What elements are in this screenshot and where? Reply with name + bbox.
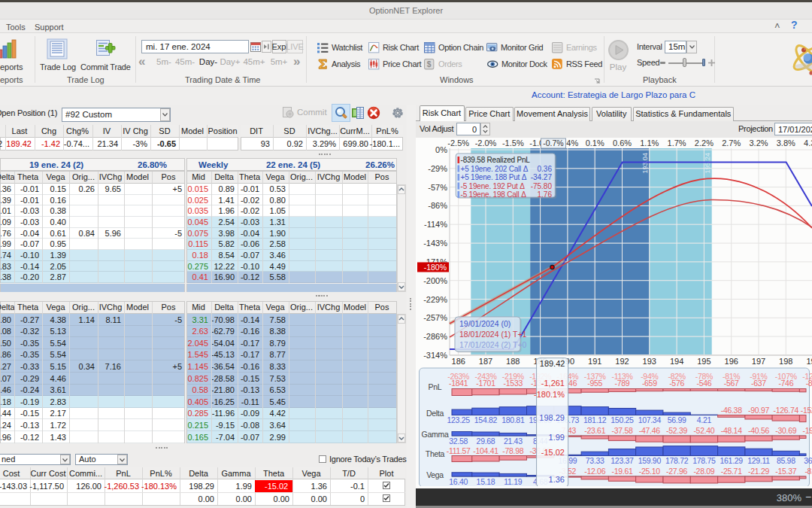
svg-text:123.37: 123.37 bbox=[611, 456, 634, 465]
svg-text:Delta: Delta bbox=[426, 409, 444, 418]
svg-text:-1.5%: -1.5% bbox=[502, 138, 524, 148]
svg-text:197: 197 bbox=[752, 357, 765, 366]
svg-text:181.12: 181.12 bbox=[583, 415, 607, 424]
svg-text:198.29: 198.29 bbox=[539, 413, 565, 422]
svg-text:-78.98: -78.98 bbox=[502, 446, 523, 455]
svg-text:3.8%: 3.8% bbox=[777, 138, 795, 148]
svg-text:186: 186 bbox=[452, 357, 465, 366]
svg-text:123.25: 123.25 bbox=[447, 415, 471, 424]
svg-text:-5 19ene. 192 Put Δ: -5 19ene. 192 Put Δ bbox=[461, 182, 526, 190]
svg-text:21.43: 21.43 bbox=[504, 437, 523, 446]
svg-text:Gamma: Gamma bbox=[422, 430, 449, 439]
svg-text:2.7%: 2.7% bbox=[722, 138, 741, 148]
svg-text:195: 195 bbox=[697, 357, 710, 366]
svg-text:-789: -789 bbox=[615, 379, 630, 388]
svg-text:150.25: 150.25 bbox=[611, 415, 634, 424]
svg-text:32.58: 32.58 bbox=[449, 437, 468, 446]
svg-text:-34.27: -34.27 bbox=[531, 173, 553, 181]
svg-text:-19.61: -19.61 bbox=[612, 467, 633, 476]
svg-text:107.34: 107.34 bbox=[638, 415, 662, 424]
svg-text:PnL: PnL bbox=[429, 382, 442, 391]
svg-text:85.98: 85.98 bbox=[777, 456, 795, 465]
svg-text:187: 187 bbox=[479, 357, 492, 366]
svg-text:-75.80: -75.80 bbox=[531, 182, 553, 190]
svg-text:-114%: -114% bbox=[424, 220, 447, 229]
svg-text:-1,261: -1,261 bbox=[541, 379, 565, 388]
svg-text:199: 199 bbox=[806, 357, 812, 366]
svg-text:-52.40: -52.40 bbox=[693, 426, 714, 435]
svg-text:191: 191 bbox=[588, 357, 601, 366]
svg-text:-1841: -1841 bbox=[449, 379, 468, 388]
svg-text:-576: -576 bbox=[669, 379, 684, 388]
svg-text:29.68: 29.68 bbox=[477, 437, 495, 446]
svg-text:-546: -546 bbox=[696, 379, 711, 388]
svg-text:-8.62: -8.62 bbox=[804, 467, 812, 476]
svg-text:-30.69: -30.69 bbox=[775, 426, 796, 435]
svg-text:-40.56: -40.56 bbox=[748, 426, 769, 435]
svg-text:161.29: 161.29 bbox=[720, 456, 744, 465]
svg-text:Vega: Vega bbox=[426, 470, 444, 479]
svg-text:196: 196 bbox=[725, 357, 738, 366]
svg-text:$: $ bbox=[427, 60, 432, 68]
svg-text:-111.57: -111.57 bbox=[447, 446, 471, 455]
svg-text:-28.09: -28.09 bbox=[693, 467, 714, 476]
svg-text:-29%: -29% bbox=[428, 164, 447, 173]
svg-text:56.99: 56.99 bbox=[668, 415, 686, 424]
svg-text:-2.0%: -2.0% bbox=[475, 138, 497, 148]
svg-text:-180.1%: -180.1% bbox=[534, 390, 565, 399]
svg-text:17/01/2024 (2) T+0: 17/01/2024 (2) T+0 bbox=[459, 340, 527, 349]
svg-text:-152.47: -152.47 bbox=[801, 406, 812, 415]
svg-text:4.3%: 4.3% bbox=[804, 138, 812, 148]
svg-text:-52.39: -52.39 bbox=[666, 426, 687, 435]
svg-text:154.82: 154.82 bbox=[474, 415, 498, 424]
svg-text:-48.14: -48.14 bbox=[721, 426, 742, 435]
svg-text:-2.5%: -2.5% bbox=[447, 138, 469, 148]
svg-text:1.7%: 1.7% bbox=[668, 138, 686, 148]
svg-text:-659: -659 bbox=[642, 379, 657, 388]
svg-text:1.1%: 1.1% bbox=[640, 138, 659, 148]
svg-text:-1701: -1701 bbox=[476, 379, 495, 388]
svg-text:-0.7%: -0.7% bbox=[543, 138, 563, 148]
svg-text:-19.77: -19.77 bbox=[803, 426, 812, 435]
svg-text:-12.06: -12.06 bbox=[584, 467, 605, 476]
svg-text:-229%: -229% bbox=[423, 295, 447, 304]
svg-text:+5 19ene. 188 Put Δ: +5 19ene. 188 Put Δ bbox=[461, 173, 527, 181]
svg-text:-46.38: -46.38 bbox=[721, 406, 742, 415]
svg-text:4.21: 4.21 bbox=[697, 415, 712, 424]
svg-text:-286%: -286% bbox=[423, 332, 447, 341]
svg-text:3.2%: 3.2% bbox=[749, 138, 768, 148]
svg-text:-955: -955 bbox=[587, 379, 602, 388]
svg-text:188: 188 bbox=[506, 357, 520, 366]
svg-text:-5 19ene. 198 Call Δ: -5 19ene. 198 Call Δ bbox=[461, 190, 527, 199]
svg-text:180.81: 180.81 bbox=[501, 415, 525, 424]
svg-text:192: 192 bbox=[615, 357, 629, 366]
svg-text:-314%: -314% bbox=[423, 351, 447, 360]
svg-text:+5 19ene. 202 Call Δ: +5 19ene. 202 Call Δ bbox=[461, 165, 529, 173]
svg-text:178.75: 178.75 bbox=[692, 456, 716, 465]
svg-text:178.72: 178.72 bbox=[665, 456, 689, 465]
svg-text:-126.74: -126.74 bbox=[774, 406, 799, 415]
svg-text:-86%: -86% bbox=[428, 201, 447, 210]
svg-text:19/01/2024 (0): 19/01/2024 (0) bbox=[459, 319, 511, 328]
svg-text:1.36: 1.36 bbox=[549, 475, 565, 484]
svg-text:194: 194 bbox=[670, 357, 683, 366]
svg-text:-27.96: -27.96 bbox=[666, 467, 687, 476]
svg-text:-25.10: -25.10 bbox=[639, 467, 660, 476]
svg-text:198: 198 bbox=[779, 357, 792, 366]
svg-text:1.76: 1.76 bbox=[538, 190, 553, 199]
svg-text:0%: 0% bbox=[435, 145, 447, 154]
svg-text:193.04: 193.04 bbox=[641, 153, 649, 174]
svg-text:1.99: 1.99 bbox=[549, 433, 565, 442]
svg-text:-1533: -1533 bbox=[504, 379, 523, 388]
svg-text:0.1%: 0.1% bbox=[586, 138, 604, 148]
svg-text:-15.02: -15.02 bbox=[541, 448, 565, 457]
svg-text:-21.29: -21.29 bbox=[748, 467, 769, 476]
svg-text:-104.41: -104.41 bbox=[473, 446, 498, 455]
svg-text:-23.61: -23.61 bbox=[584, 426, 605, 435]
svg-text:-37.58: -37.58 bbox=[612, 426, 633, 435]
svg-text:0.6%: 0.6% bbox=[613, 138, 632, 148]
svg-text:193: 193 bbox=[643, 357, 656, 366]
svg-text:-47.46: -47.46 bbox=[639, 426, 660, 435]
svg-text:-839.58 Realized PnL: -839.58 Realized PnL bbox=[461, 156, 531, 164]
svg-text:129.11: 129.11 bbox=[747, 456, 770, 465]
